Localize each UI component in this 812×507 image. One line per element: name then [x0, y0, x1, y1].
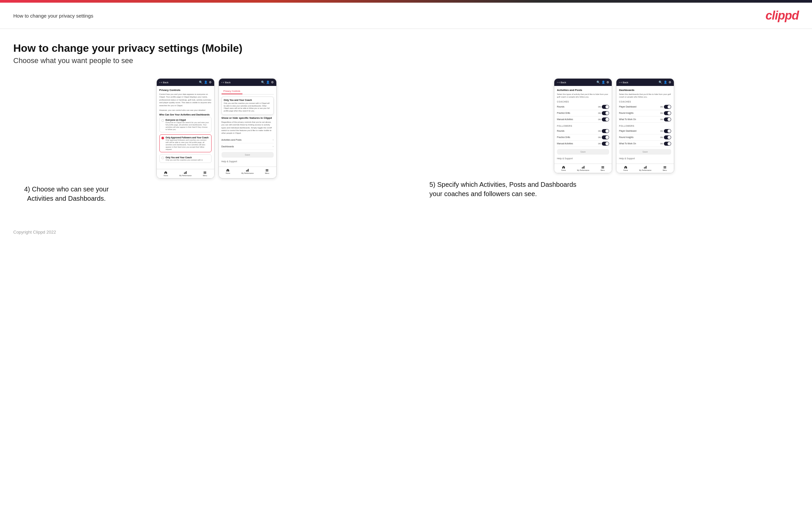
- main-content: How to change your privacy settings (Mob…: [0, 29, 812, 223]
- search-icon-4[interactable]: 🔍: [659, 80, 662, 84]
- follower-round-insights-label: Round Insights: [619, 136, 633, 138]
- nav-menu-4[interactable]: Menu: [663, 166, 667, 171]
- coach-drills-label: Practice Drills: [557, 112, 570, 114]
- nav-performance-2[interactable]: My Performance: [242, 169, 254, 174]
- coach-round-insights-toggle[interactable]: [664, 111, 671, 115]
- phone-4: ‹ < Back 🔍 👤 ⚙ Dashboards Select the das…: [616, 78, 674, 173]
- radio-everyone[interactable]: [161, 119, 164, 122]
- svg-rect-22: [664, 167, 666, 168]
- person-icon-3[interactable]: 👤: [601, 80, 605, 84]
- follower-round-insights-row: Round Insights ON: [619, 134, 671, 141]
- nav-menu-1[interactable]: Menu: [203, 171, 207, 176]
- nav-performance-3[interactable]: My Performance: [577, 166, 590, 171]
- search-icon-2[interactable]: 🔍: [261, 80, 265, 84]
- nav-menu-3[interactable]: Menu: [601, 166, 605, 171]
- svg-rect-21: [664, 166, 666, 167]
- follower-manual-toggle[interactable]: [602, 142, 609, 146]
- save-btn-4[interactable]: Save: [619, 149, 671, 155]
- nav-menu-2[interactable]: Menu: [265, 169, 269, 174]
- svg-rect-1: [185, 172, 186, 174]
- chevron-left-icon-3: ‹: [557, 81, 558, 84]
- show-hide-text: Regardless of the privacy controls that …: [221, 121, 274, 135]
- menu-activities[interactable]: Activities and Posts ›: [221, 137, 274, 143]
- option-everyone-text: Everyone on Clippd Everyone on Clippd ca…: [166, 119, 210, 130]
- page-title: How to change your privacy settings (Mob…: [13, 42, 799, 54]
- person-icon-2[interactable]: 👤: [266, 80, 270, 84]
- radio-only-coach[interactable]: [161, 157, 164, 159]
- settings-icon-4[interactable]: ⚙: [668, 80, 671, 84]
- right-column: ‹ < Back 🔍 👤 ⚙ Activities and Posts Sele…: [429, 78, 799, 203]
- radio-approved[interactable]: [161, 137, 164, 139]
- follower-what-to-work-toggle[interactable]: [664, 142, 671, 146]
- menu-dashboards[interactable]: Dashboards ›: [221, 143, 274, 150]
- follower-player-toggle[interactable]: [664, 129, 671, 133]
- copyright: Copyright Clippd 2022: [13, 230, 56, 235]
- back-button-4[interactable]: ‹ < Back: [619, 81, 628, 84]
- coach-drills-row: Practice Drills ON: [557, 110, 609, 116]
- phone-2-body: Privacy Controls Only You and Your Coach…: [219, 86, 276, 165]
- option-only-coach[interactable]: Only You and Your Coach Only you and the…: [159, 154, 211, 163]
- svg-rect-8: [248, 169, 249, 172]
- phone-2: ‹ < Back 🔍 👤 ⚙ Privacy C: [218, 78, 276, 178]
- coach-player-toggle[interactable]: [664, 105, 671, 109]
- followers-label-4: FOLLOWERS: [619, 125, 671, 127]
- arrow-dashboards: ›: [273, 145, 274, 148]
- nav-home-1[interactable]: Home: [164, 171, 168, 176]
- coach-rounds-toggle[interactable]: [602, 105, 609, 109]
- follower-rounds-row: Rounds ON: [557, 128, 609, 134]
- follower-drills-toggle[interactable]: [602, 135, 609, 139]
- nav-performance-1[interactable]: My Performance: [179, 171, 192, 176]
- option-approved[interactable]: Only Approved Followers and Your Coach O…: [159, 134, 211, 152]
- follower-rounds-label: Rounds: [557, 130, 564, 132]
- header-icons-2: 🔍 👤 ⚙: [261, 80, 274, 84]
- person-icon-4[interactable]: 👤: [664, 80, 667, 84]
- option-approved-text: Only Approved Followers and Your Coach O…: [166, 136, 210, 150]
- svg-rect-17: [601, 168, 604, 169]
- caption-left: 4) Choose who can see your Activities an…: [13, 184, 119, 203]
- phone-1-body: Privacy Controls Control how you and you…: [157, 86, 214, 168]
- back-button-3[interactable]: ‹ < Back: [557, 81, 566, 84]
- follower-player-row: Player Dashboard ON: [619, 128, 671, 134]
- person-icon[interactable]: 👤: [204, 80, 208, 84]
- phone-2-header: ‹ < Back 🔍 👤 ⚙: [219, 79, 276, 86]
- settings-icon-2[interactable]: ⚙: [271, 80, 274, 84]
- tab-privacy-controls[interactable]: Privacy Controls: [221, 89, 243, 94]
- save-btn-3[interactable]: Save: [557, 149, 609, 155]
- settings-icon[interactable]: ⚙: [209, 80, 211, 84]
- svg-rect-7: [247, 170, 248, 172]
- coach-rounds-label: Rounds: [557, 106, 564, 108]
- header: How to change your privacy settings clip…: [0, 3, 812, 29]
- phone-4-body: Dashboards Select the dashboards that yo…: [616, 86, 674, 162]
- save-btn-2[interactable]: Save: [221, 152, 274, 158]
- follower-rounds-toggle[interactable]: [602, 129, 609, 133]
- phone-3: ‹ < Back 🔍 👤 ⚙ Activities and Posts Sele…: [554, 78, 612, 173]
- coach-drills-toggle[interactable]: [602, 111, 609, 115]
- chevron-left-icon-4: ‹: [619, 81, 620, 84]
- follower-round-insights-toggle[interactable]: [664, 135, 671, 139]
- phone-4-nav: Home My Performance Menu: [616, 164, 674, 173]
- chart-icon-2: [245, 169, 249, 172]
- back-button-2[interactable]: ‹ < Back: [221, 81, 231, 84]
- nav-home-3[interactable]: Home: [561, 166, 566, 171]
- svg-rect-12: [582, 167, 582, 169]
- option-everyone[interactable]: Everyone on Clippd Everyone on Clippd ca…: [159, 117, 211, 132]
- coach-what-to-work-toggle[interactable]: [664, 117, 671, 121]
- help-support-3: Help & Support: [557, 157, 609, 160]
- svg-rect-14: [584, 166, 585, 169]
- header-icons-1: 🔍 👤 ⚙: [199, 80, 211, 84]
- coach-manual-toggle[interactable]: [602, 117, 609, 121]
- search-icon[interactable]: 🔍: [199, 80, 203, 84]
- nav-performance-4[interactable]: My Performance: [639, 166, 652, 171]
- search-icon-3[interactable]: 🔍: [597, 80, 600, 84]
- settings-icon-3[interactable]: ⚙: [606, 80, 609, 84]
- menu-icon-3: [601, 166, 605, 169]
- nav-home-4[interactable]: Home: [623, 166, 628, 171]
- svg-rect-5: [204, 173, 206, 174]
- coach-rounds-row: Rounds ON: [557, 104, 609, 110]
- coach-player-row: Player Dashboard ON: [619, 104, 671, 110]
- back-button-1[interactable]: ‹ < Back: [159, 81, 169, 84]
- popup-title: Only You and Your Coach: [224, 99, 271, 101]
- phone-3-nav: Home My Performance Menu: [554, 164, 612, 173]
- nav-home-2[interactable]: Home: [226, 169, 230, 174]
- coach-manual-row: Manual Activities ON: [557, 116, 609, 123]
